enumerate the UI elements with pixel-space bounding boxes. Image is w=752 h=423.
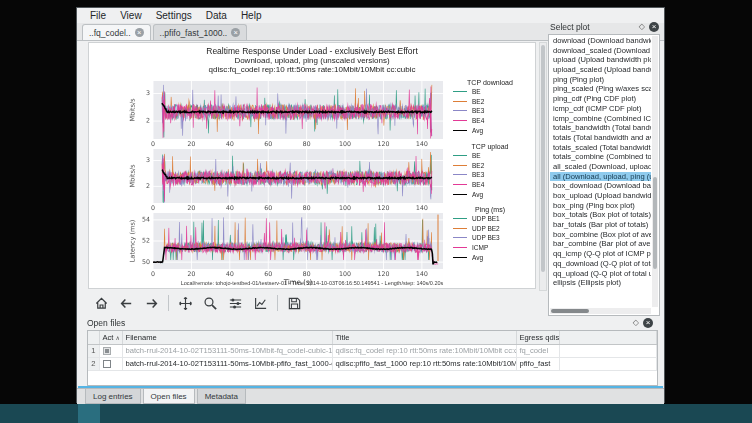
plot-list-item-qq_download[interactable]: qq_download (Q-Q plot of total download): [550, 259, 651, 269]
filename-cell: batch-rrul-2014-10-02T153111-50ms-10Mbit…: [122, 344, 332, 357]
title-cell: qdisc:pfifo_fast_1000 rep:10 rtt:50ms ra…: [332, 357, 516, 370]
plot-list-item-ping_scaled[interactable]: ping_scaled (Ping w/axes scaled to remov…: [550, 84, 651, 94]
plot-list-item-icmp_cdf[interactable]: icmp_cdf (ICMP CDF plot): [550, 104, 651, 114]
plot-view[interactable]: Realtime Response Under Load - exclusive…: [88, 42, 536, 289]
open-file-row[interactable]: 1batch-rrul-2014-10-02T153111-50ms-10Mbi…: [88, 344, 657, 357]
close-dock-icon[interactable]: ×: [643, 318, 653, 328]
legend-entry: Avg: [445, 189, 535, 199]
taskbar-item[interactable]: [78, 404, 100, 423]
legend-1: TCP uploadBEBE2BE3BE4Avg: [445, 143, 535, 199]
plot-list-item-ellipsis[interactable]: ellipsis (Ellipsis plot): [550, 278, 651, 288]
column-header-Egress qdisc[interactable]: Egress qdisc: [516, 331, 559, 344]
plot-list-item-box_upload[interactable]: box_upload (Upload bandwidth box plot): [550, 191, 651, 201]
plot-list-item-box_download[interactable]: box_download (Download bandwidth box plo…: [550, 181, 651, 191]
column-header-blank[interactable]: [88, 331, 99, 344]
legend-label: Avg: [472, 254, 483, 261]
active-checkbox[interactable]: [103, 360, 111, 368]
list-vertical-scrollbar[interactable]: [652, 36, 658, 307]
legend-line-swatch: [453, 155, 467, 156]
plot-toolbar: [93, 292, 303, 314]
column-header-blank[interactable]: [559, 331, 657, 344]
toolbar-separator: [168, 295, 169, 311]
plot-list-item-upload_scaled[interactable]: upload_scaled (Upload bandwidth w/axes s…: [550, 65, 651, 75]
chart-subtitle2: qdisc:fq_codel rep:10 rtt:50ms rate:10Mb…: [89, 65, 535, 74]
bottom-tab-metadata[interactable]: Metadata: [197, 389, 246, 404]
legend-label: BE: [472, 152, 481, 159]
zoom-button[interactable]: [202, 295, 219, 312]
list-vscroll-thumb[interactable]: [653, 177, 657, 269]
column-header-Act[interactable]: Act∧: [99, 331, 122, 344]
open-file-row[interactable]: 2batch-rrul-2014-10-02T153111-50ms-10Mbi…: [88, 357, 657, 370]
menu-view[interactable]: View: [113, 9, 149, 22]
active-checkbox[interactable]: [103, 347, 111, 355]
plot-list-item-bar_totals[interactable]: bar_totals (Bar plot of totals): [550, 220, 651, 230]
plot-list-item-totals_combine[interactable]: totals_combine (Combined total bandwidth…: [550, 152, 651, 162]
plot-scrollbar-thumb[interactable]: [541, 45, 545, 272]
plot-list-item-totals_scaled[interactable]: totals_scaled (Total bandwidth and avera…: [550, 143, 651, 153]
legend-title: Ping (ms): [445, 206, 535, 213]
save-button[interactable]: [286, 295, 303, 312]
act-cell: [99, 344, 122, 357]
legend-line-swatch: [453, 218, 467, 219]
plot-list-item-box_totals[interactable]: box_totals (Box plot of totals): [550, 210, 651, 220]
plot-list-item-ping_cdf[interactable]: ping_cdf (Ping CDF plot): [550, 94, 651, 104]
zoom-icon: [203, 296, 218, 311]
row-number: 2: [88, 357, 99, 370]
plot-list-item-totals_bandwidth[interactable]: totals_bandwidth (Total bandwidth): [550, 123, 651, 133]
plot-list-item-download[interactable]: download (Download bandwidth plot): [550, 36, 651, 46]
close-dock-icon[interactable]: ×: [649, 22, 659, 32]
float-dock-icon[interactable]: ◇: [633, 318, 639, 327]
plot-list-item-download_scaled[interactable]: download_scaled (Download bandwidth w/ax…: [550, 46, 651, 56]
plot-list-item-bar_combine[interactable]: bar_combine (Bar plot of averages of ser…: [550, 239, 651, 249]
plot-list-item-all[interactable]: all (Download, upload, ping (unscaled ve…: [550, 172, 651, 182]
customize-axes-button[interactable]: [252, 295, 269, 312]
plot-list-item-all_scaled[interactable]: all_scaled (Download, upload, ping (scal…: [550, 162, 651, 172]
pan-button[interactable]: [177, 295, 194, 312]
menu-help[interactable]: Help: [234, 9, 269, 22]
egress-qdisc-cell: fq_codel: [516, 344, 559, 357]
legend-line-swatch: [453, 165, 467, 166]
plot-tab-0[interactable]: ..fq_codel..×: [82, 24, 151, 40]
plot-list-item-box_ping[interactable]: box_ping (Ping box plot): [550, 201, 651, 211]
toolbar-separator: [277, 295, 278, 311]
legend-line-swatch: [453, 228, 467, 229]
list-hscroll-thumb[interactable]: [551, 309, 589, 313]
menu-data[interactable]: Data: [199, 9, 234, 22]
taskbar: [0, 404, 752, 423]
plot-list-item-ping[interactable]: ping (Ping plot): [550, 75, 651, 85]
plot-list-item-icmp_combine[interactable]: icmp_combine (Combined ICMP ping plot): [550, 114, 651, 124]
bottom-tab-open-files[interactable]: Open files: [143, 389, 195, 404]
plot-tab-label: ..pfifo_fast_1000..: [160, 28, 228, 38]
configure-subplots-button[interactable]: [227, 295, 244, 312]
menu-settings[interactable]: Settings: [149, 9, 199, 22]
list-horizontal-scrollbar[interactable]: [550, 308, 651, 314]
column-header-Title[interactable]: Title: [332, 331, 516, 344]
row-number: 1: [88, 344, 99, 357]
plot-list-item-upload[interactable]: upload (Upload bandwidth plot): [550, 55, 651, 65]
tab-close-icon[interactable]: ×: [231, 28, 240, 37]
legend-title: TCP download: [445, 79, 535, 86]
back-button[interactable]: [118, 295, 135, 312]
sort-indicator-icon: ∧: [115, 335, 119, 341]
bottom-tab-log-entries[interactable]: Log entries: [85, 389, 141, 404]
plot-list-item-totals[interactable]: totals (Total bandwidth and average ping…: [550, 133, 651, 143]
plot-list-item-qq_upload[interactable]: qq_upload (Q-Q plot of total upload band…: [550, 269, 651, 279]
tab-close-icon[interactable]: ×: [135, 28, 144, 37]
menu-file[interactable]: File: [83, 9, 113, 22]
legend-entry: Avg: [445, 252, 535, 262]
plot-list-item-qq_icmp[interactable]: qq_icmp (Q-Q plot of ICMP pings): [550, 249, 651, 259]
bottom-dock-tabbar: Log entriesOpen filesMetadata: [77, 388, 664, 404]
plot-scrollbar[interactable]: [539, 42, 547, 291]
chart-footer: Local/remote: tohojo-testbed-01/testserv…: [89, 280, 535, 286]
open-files-table: Act∧FilenameTitleEgress qdisc1batch-rrul…: [87, 330, 658, 386]
legend-entry: BE4: [445, 180, 535, 190]
float-dock-icon[interactable]: ◇: [639, 22, 645, 31]
home-button[interactable]: [93, 295, 110, 312]
plot-tab-1[interactable]: ..pfifo_fast_1000..×: [153, 24, 248, 40]
column-header-Filename[interactable]: Filename: [122, 331, 332, 344]
forward-button[interactable]: [143, 295, 160, 312]
legend-line-swatch: [453, 237, 467, 238]
plot-list-item-box_combine[interactable]: box_combine (Box plot of averages of ser…: [550, 230, 651, 240]
flent-window: FileViewSettingsDataHelp ..fq_codel..×..…: [76, 7, 665, 403]
select-plot-list: download (Download bandwidth plot)downlo…: [548, 34, 660, 316]
